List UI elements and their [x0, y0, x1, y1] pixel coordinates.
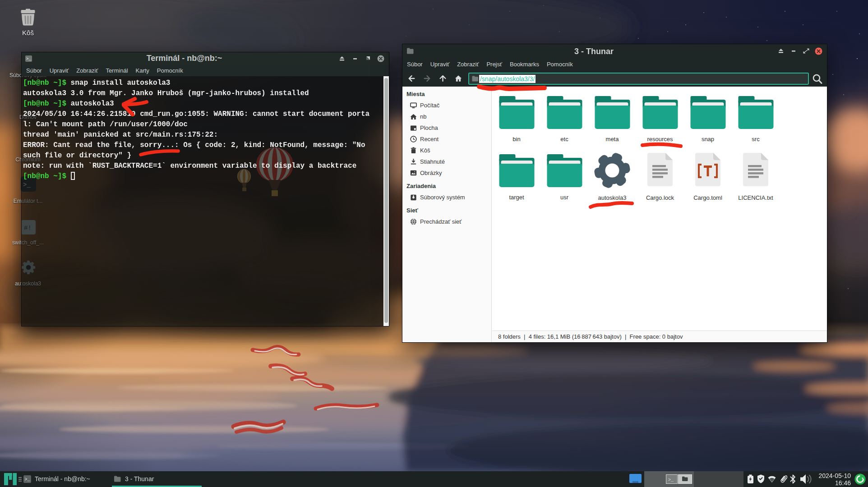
svg-text:>_: >_ — [668, 478, 674, 482]
svg-text:>_: >_ — [25, 477, 31, 482]
